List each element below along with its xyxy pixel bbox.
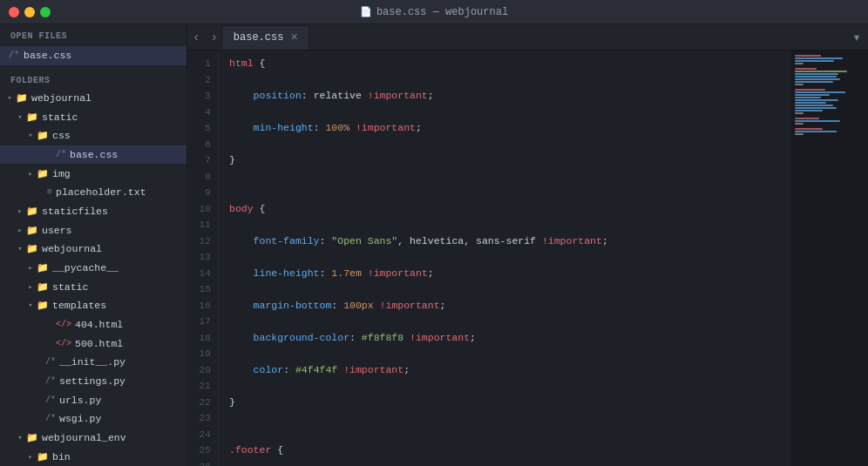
line-number: 20 [194, 362, 211, 379]
line-number: 25 [194, 442, 211, 459]
arrow-down-icon: ▾ [14, 433, 26, 442]
editor-main: 1 2 3 4 5 6 7 8 9 10 11 12 13 14 15 16 1… [187, 51, 868, 466]
arrow-down-icon: ▾ [24, 131, 37, 140]
tree-item-init[interactable]: /* __init__.py [0, 353, 186, 372]
folder-icon: 📁 [26, 111, 38, 123]
css-file-icon: /* [9, 51, 19, 60]
py-file-icon: /* [45, 357, 56, 367]
line-number: 24 [194, 427, 211, 443]
html-file-icon: </> [56, 320, 71, 329]
line-number: 2 [194, 72, 211, 89]
tree-item-settings[interactable]: /* settings.py [0, 372, 186, 391]
tree-item-wsgi[interactable]: /* wsgi.py [0, 409, 186, 429]
tree-item-users[interactable]: ▸ 📁 users [0, 220, 186, 240]
folder-icon: 📁 [26, 225, 38, 236]
line-number: 10 [194, 201, 211, 218]
folder-label: webjournal [42, 243, 102, 254]
titlebar: 📄 base.css — webjournal [0, 0, 868, 24]
folder-icon: 📁 [37, 451, 49, 463]
folder-icon: 📁 [37, 168, 49, 179]
file-label: placeholder.txt [56, 186, 146, 198]
arrow-right-icon: ▸ [24, 452, 37, 462]
tree-item-templates[interactable]: ▾ 📁 templates [0, 296, 186, 315]
py-file-icon: /* [45, 414, 56, 423]
folder-label: webjournal_env [42, 432, 126, 443]
tree-item-static-sub[interactable]: ▸ 📁 static [0, 277, 186, 296]
folder-label: css [52, 130, 71, 141]
folder-icon: 📁 [37, 262, 49, 274]
file-label: base.css [70, 149, 118, 160]
tree-item-urls[interactable]: /* urls.py [0, 390, 186, 409]
tree-item-img[interactable]: ▸ 📁 img [0, 164, 186, 183]
tabbar-area: ‹ › base.css × ▾ [187, 24, 868, 51]
nav-back-button[interactable]: ‹ [187, 30, 205, 44]
folder-label: webjournal [31, 92, 92, 104]
file-label: 500.html [75, 338, 123, 349]
tree-item-pycache[interactable]: ▸ 📁 __pycache__ [0, 259, 186, 278]
txt-file-icon: ≡ [47, 187, 52, 197]
folder-label: bin [52, 451, 71, 463]
folder-icon: 📁 [37, 300, 49, 311]
folder-label: static [52, 281, 88, 293]
line-number: 1 [194, 56, 211, 72]
line-number: 21 [194, 378, 211, 395]
folder-label: templates [52, 300, 106, 311]
tree-item-webjournal-env[interactable]: ▾ 📁 webjournal_env [0, 429, 186, 448]
arrow-down-icon: ▾ [14, 244, 26, 253]
arrow-down-icon: ▾ [14, 112, 26, 122]
arrow-down-icon: ▾ [24, 301, 37, 310]
arrow-right-icon: ▸ [24, 282, 37, 292]
line-number: 19 [194, 346, 211, 362]
file-label: 404.html [75, 319, 123, 330]
line-number: 6 [194, 137, 211, 153]
panel-toggle-button[interactable]: ▾ [845, 29, 868, 46]
line-number: 9 [194, 185, 211, 201]
tree-item-500[interactable]: </> 500.html [0, 334, 186, 353]
window-title: base.css — webjournal [376, 6, 508, 18]
close-button[interactable] [9, 7, 19, 17]
code-editor[interactable]: html { position: relative !important; mi… [219, 51, 791, 466]
file-label: urls.py [59, 395, 101, 406]
tree-item-css[interactable]: ▾ 📁 css [0, 126, 186, 145]
minimize-button[interactable] [24, 7, 35, 17]
css-file-icon: /* [56, 150, 66, 159]
line-number: 5 [194, 120, 211, 137]
folder-icon: 📁 [26, 432, 38, 443]
line-number: 8 [194, 169, 211, 186]
sidebar: OPEN FILES /* base.css FOLDERS ▾ 📁 webjo… [0, 24, 187, 466]
tree-item-404[interactable]: </> 404.html [0, 315, 186, 334]
folder-label: users [42, 225, 72, 236]
nav-forward-button[interactable]: › [205, 30, 222, 44]
tab-label: base.css [234, 31, 284, 44]
tree-item-basecss[interactable]: /* base.css [0, 145, 186, 165]
tree-item-bin[interactable]: ▸ 📁 bin [0, 447, 186, 466]
line-number: 23 [194, 410, 211, 427]
tab-basecss[interactable]: base.css × [223, 25, 309, 50]
file-label: wsgi.py [59, 413, 101, 424]
tree-item-webjournal-root[interactable]: ▾ 📁 webjournal [0, 89, 186, 108]
minimap-content [791, 51, 868, 142]
tree-item-staticfiles[interactable]: ▸ 📁 staticfiles [0, 202, 186, 221]
folder-label: static [42, 111, 78, 123]
arrow-right-icon: ▸ [14, 226, 26, 235]
line-number: 18 [194, 330, 211, 347]
traffic-lights [9, 7, 51, 17]
line-numbers: 1 2 3 4 5 6 7 8 9 10 11 12 13 14 15 16 1… [187, 51, 219, 466]
line-number: 11 [194, 217, 211, 233]
tree-item-static[interactable]: ▾ 📁 static [0, 107, 186, 126]
html-file-icon: </> [56, 339, 71, 348]
py-file-icon: /* [45, 376, 56, 386]
open-files-header: OPEN FILES [0, 24, 186, 46]
line-number: 14 [194, 266, 211, 282]
line-number: 16 [194, 298, 211, 314]
tree-item-placeholder[interactable]: ≡ placeholder.txt [0, 183, 186, 202]
maximize-button[interactable] [40, 7, 51, 17]
tree-item-webjournal-sub[interactable]: ▾ 📁 webjournal [0, 240, 186, 259]
arrow-right-icon: ▸ [14, 206, 26, 216]
arrow-right-icon: ▸ [24, 263, 37, 273]
line-number: 4 [194, 105, 211, 121]
folder-icon: 📁 [26, 243, 38, 254]
open-file-item[interactable]: /* base.css [0, 46, 186, 65]
tab-close-button[interactable]: × [290, 31, 297, 44]
file-label: settings.py [59, 375, 125, 387]
